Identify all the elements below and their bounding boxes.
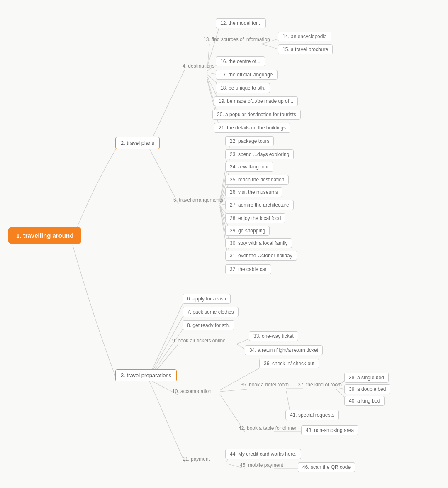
node-38: 38. a single bed [344, 373, 389, 383]
node-30: 30. stay with a local family [225, 238, 292, 248]
node-37: 37. the kind of room [298, 382, 342, 388]
node-32: 32. the cable car [225, 264, 271, 274]
node-39: 39. a double bed [344, 384, 390, 394]
travel-preps-label: 3. travel preparations [115, 369, 177, 381]
node-41: 41. special requests [285, 410, 339, 420]
node-40: 40. a king bed [344, 396, 385, 406]
node-35: 35. book a hotel room [241, 382, 289, 388]
node-25: 25. reach the destination [225, 175, 289, 185]
node-10: 10. accomodation [172, 388, 212, 394]
node-28: 28. enjoy the local food [225, 213, 285, 223]
node-21: 21. the details on the buildings [214, 123, 290, 133]
node-9: 9. book air tickets online [172, 338, 226, 344]
travel-plans-node: 2. travel plans [115, 137, 160, 149]
mind-map: 1. travelling around 2. travel plans 3. … [0, 0, 448, 488]
node-16: 16. the centre of... [216, 56, 265, 66]
node-45: 45. mobile payment [240, 462, 283, 468]
node-27: 27. admire the architecture [225, 200, 294, 210]
node-4: 4. destinations [183, 63, 214, 69]
svg-line-1 [149, 149, 178, 204]
node-14: 14. an encyclopedia [278, 32, 331, 41]
node-44: 44. My credit card works here. [225, 449, 301, 459]
node-29: 29. go shopping [225, 226, 270, 236]
node-46: 46. scan the QR code [298, 462, 355, 472]
node-23: 23. spend ...days exploring [225, 149, 294, 159]
node-13: 13. find sources of information [203, 37, 270, 42]
node-31: 31. over the October holiday [225, 251, 297, 261]
node-12: 12. the model for... [216, 18, 266, 28]
travel-plans-label: 2. travel plans [115, 137, 160, 149]
node-19: 19. be made of.../be made up of... [214, 96, 298, 106]
travel-preps-node: 3. travel preparations [115, 369, 177, 381]
node-6: 6. apply for a visa [183, 294, 231, 304]
node-22: 22. package tours [225, 136, 274, 146]
node-24: 24. a walking tour [225, 162, 273, 172]
node-15: 15. a travel brochure [278, 44, 333, 54]
root-node: 1. travelling around [8, 227, 81, 244]
svg-line-0 [149, 70, 185, 144]
node-18: 18. be unique to sth. [216, 83, 270, 93]
node-34: 34. a return flight/a return ticket [245, 345, 323, 355]
node-17: 17. the official language [216, 70, 278, 80]
node-33: 33. one-way ticket [249, 331, 298, 341]
node-5: 5. travel arrangements [173, 197, 223, 203]
node-11: 11. payment [183, 456, 210, 462]
node-36: 36. check in/ check out [259, 359, 319, 368]
node-42: 42. book a table for dinner [239, 425, 296, 431]
svg-line-24 [149, 313, 185, 377]
node-26: 26. visit the museums [225, 187, 282, 197]
node-20: 20. a popular destination for tourists [212, 110, 301, 120]
node-7: 7. pack some clothes [183, 307, 239, 317]
node-43: 43. non-smoking area [301, 425, 358, 435]
root-label: 1. travelling around [8, 227, 81, 244]
svg-line-30 [220, 389, 247, 392]
node-8: 8. get ready for sth. [183, 320, 234, 330]
